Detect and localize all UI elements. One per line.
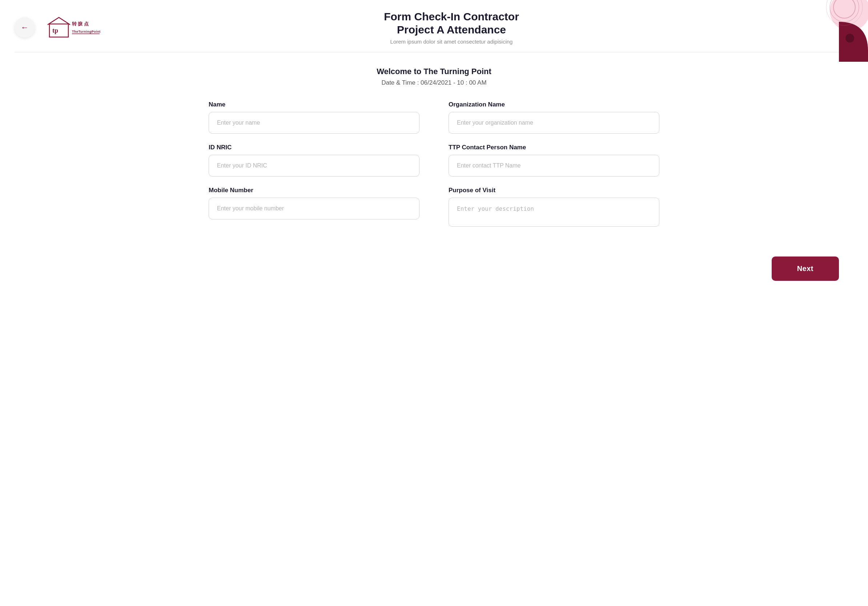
ttp-contact-label: TTP Contact Person Name (448, 144, 659, 151)
organization-label: Organization Name (448, 101, 659, 108)
name-label: Name (209, 101, 420, 108)
id-nric-label: ID NRIC (209, 144, 420, 151)
mobile-input[interactable] (209, 198, 420, 220)
welcome-datetime: Date & Time : 06/24/2021 - 10 : 00 AM (14, 79, 854, 87)
footer-area: Next (0, 253, 868, 299)
mobile-label: Mobile Number (209, 187, 420, 194)
page-title: Form Check-In Contractor Project A Atten… (100, 10, 803, 36)
left-column: Name ID NRIC Mobile Number (209, 101, 420, 238)
header-title-area: Form Check-In Contractor Project A Atten… (100, 10, 803, 45)
next-button[interactable]: Next (772, 257, 839, 281)
name-group: Name (209, 101, 420, 134)
ttp-contact-input[interactable] (448, 155, 659, 176)
ttp-contact-group: TTP Contact Person Name (448, 144, 659, 176)
purpose-label: Purpose of Visit (448, 187, 659, 194)
page-header: ← tp 转 捩 点 TheTurningPoint Form Check-In… (0, 0, 868, 52)
mobile-group: Mobile Number (209, 187, 420, 220)
welcome-section: Welcome to The Turning Point Date & Time… (0, 52, 868, 97)
id-nric-input[interactable] (209, 155, 420, 176)
back-button[interactable]: ← (14, 17, 35, 38)
form-grid: Name ID NRIC Mobile Number Organization … (209, 101, 659, 238)
logo-svg: tp 转 捩 点 TheTurningPoint (42, 14, 100, 41)
logo-area: tp 转 捩 点 TheTurningPoint (42, 14, 100, 41)
svg-text:TheTurningPoint: TheTurningPoint (72, 30, 100, 33)
name-input[interactable] (209, 112, 420, 134)
purpose-group: Purpose of Visit (448, 187, 659, 228)
svg-text:tp: tp (52, 27, 58, 34)
back-arrow-icon: ← (21, 23, 29, 32)
right-column: Organization Name TTP Contact Person Nam… (448, 101, 659, 238)
organization-group: Organization Name (448, 101, 659, 134)
form-container: Name ID NRIC Mobile Number Organization … (180, 97, 688, 253)
svg-text:转 捩 点: 转 捩 点 (71, 21, 89, 26)
purpose-input[interactable] (448, 198, 659, 227)
organization-input[interactable] (448, 112, 659, 134)
id-nric-group: ID NRIC (209, 144, 420, 176)
welcome-title: Welcome to The Turning Point (14, 67, 854, 76)
page-subtitle: Lorem ipsum dolor sit amet consectetur a… (100, 39, 803, 45)
